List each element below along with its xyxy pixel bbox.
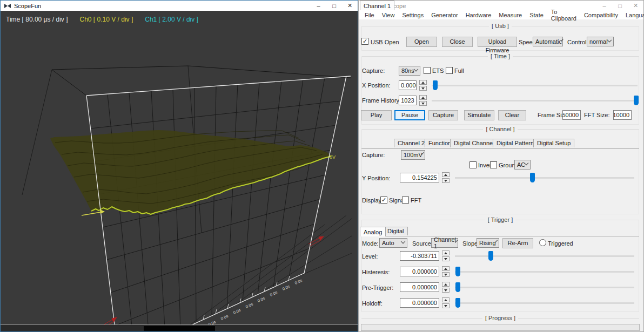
svg-text:0.0s: 0.0s — [294, 278, 303, 286]
usb-open-checkbox[interactable] — [361, 38, 368, 45]
source-select[interactable]: Channel 1 — [431, 238, 458, 248]
rearm-button[interactable]: Re-Arm — [502, 238, 533, 248]
spin-up-icon[interactable] — [442, 172, 450, 177]
chevron-down-icon — [414, 67, 418, 71]
spin-down-icon[interactable] — [442, 178, 450, 183]
svg-text:0.0s: 0.0s — [232, 308, 242, 315]
scrollbar-thumb[interactable] — [144, 326, 215, 331]
tab-digital-pattern[interactable]: Digital Pattern — [493, 139, 538, 147]
tab-channel-1[interactable]: Channel 1 — [360, 1, 394, 10]
frame-history-slider-thumb[interactable] — [634, 96, 639, 105]
close-icon[interactable]: ✕ — [342, 1, 358, 11]
capture-button[interactable]: Capture — [428, 110, 458, 120]
level-slider-thumb[interactable] — [488, 251, 493, 261]
trigger-group-caption: [ Trigger ] — [361, 216, 639, 223]
histeresis-slider-thumb[interactable] — [455, 267, 460, 276]
frame-history-input[interactable]: 1023 — [399, 96, 417, 105]
spin-up-icon[interactable] — [442, 266, 450, 271]
spin-down-icon[interactable] — [442, 288, 450, 293]
y-position-spinner — [442, 172, 450, 183]
menu-state[interactable]: State — [526, 11, 547, 19]
x-position-input[interactable]: 0.000000 — [399, 80, 417, 90]
mode-label: Mode: — [362, 240, 379, 247]
spin-up-icon[interactable] — [442, 297, 450, 302]
x-position-slider-thumb[interactable] — [433, 80, 438, 90]
level-slider[interactable] — [455, 251, 634, 261]
menu-view[interactable]: View — [378, 11, 399, 19]
tab-digital-channel[interactable]: Digital Channel — [450, 139, 498, 147]
y-position-slider[interactable] — [455, 173, 634, 182]
tab-channel-2[interactable]: Channel 2 — [394, 139, 428, 147]
menu-measure[interactable]: Measure — [495, 11, 526, 19]
pre-trigger-slider[interactable] — [455, 282, 634, 292]
spin-up-icon[interactable] — [442, 282, 450, 287]
full-checkbox[interactable] — [446, 67, 453, 74]
menu-settings[interactable]: Settings — [398, 11, 427, 19]
maximize-icon[interactable]: □ — [326, 1, 342, 11]
tab-analog[interactable]: Analog — [360, 227, 386, 236]
svg-text:0.0s: 0.0s — [245, 302, 254, 309]
spin-down-icon[interactable] — [442, 303, 450, 308]
signal-checkbox[interactable] — [380, 197, 387, 204]
trigger-tabline — [361, 236, 639, 236]
source-label: Source: — [412, 240, 433, 247]
frame-size-input[interactable]: 50000 — [562, 110, 581, 120]
minimize-icon[interactable]: – — [311, 1, 326, 11]
y-position-input[interactable]: 0.154225 — [400, 173, 439, 182]
menu-to-clipboard[interactable]: To Clipboard — [547, 11, 580, 19]
tab-digital-setup[interactable]: Digital Setup — [533, 139, 574, 147]
close-icon[interactable]: ✕ — [628, 1, 643, 11]
mode-select[interactable]: Auto — [379, 238, 407, 248]
play-button[interactable]: Play — [361, 110, 392, 120]
slope-select[interactable]: Rising — [477, 238, 499, 248]
holdoff-slider[interactable] — [455, 298, 634, 308]
menu-generator[interactable]: Generator — [427, 11, 462, 19]
level-input[interactable]: -0.303711 — [400, 251, 439, 261]
spin-down-icon[interactable] — [419, 86, 427, 91]
ets-checkbox[interactable] — [424, 67, 431, 74]
desktop: { "chrome": { "minimize": "–", "maximize… — [0, 0, 644, 332]
spin-up-icon[interactable] — [419, 95, 427, 100]
simulate-button[interactable]: Simulate — [464, 110, 494, 120]
fft-size-input[interactable]: 10000 — [613, 110, 632, 120]
spin-down-icon[interactable] — [419, 101, 427, 106]
usb-close-button[interactable]: Close — [442, 37, 473, 47]
menu-file[interactable]: File — [361, 11, 378, 19]
minimize-icon[interactable]: – — [596, 1, 612, 11]
coupling-select[interactable]: AC — [514, 160, 531, 170]
tab-digital[interactable]: Digital — [384, 227, 408, 235]
control-select[interactable]: normal — [587, 37, 614, 46]
plot-canvas[interactable]: 0.0s 0.0s 0.0s 0.0s 0.0s 0.0s 0.0s 0.0s … — [1, 11, 358, 324]
holdoff-input[interactable]: 0.000000 — [400, 298, 439, 308]
histeresis-slider[interactable] — [455, 267, 634, 276]
invert-checkbox[interactable] — [469, 161, 477, 168]
usb-open-button[interactable]: Open — [406, 37, 437, 47]
spin-up-icon[interactable] — [419, 80, 427, 85]
pause-button[interactable]: Pause — [394, 110, 425, 120]
menu-hardware[interactable]: Hardware — [462, 11, 495, 19]
speed-select[interactable]: Automatic — [533, 37, 563, 46]
y-position-slider-thumb[interactable] — [530, 173, 535, 182]
holdoff-slider-thumb[interactable] — [455, 298, 460, 308]
waveform-3d-view[interactable]: Time [ 80.00 µs / div ] Ch0 [ 0.10 V / d… — [1, 11, 358, 324]
menu-compatibility[interactable]: Compatibility — [580, 11, 622, 19]
clear-button[interactable]: Clear — [498, 110, 526, 120]
horizontal-scrollbar[interactable] — [1, 324, 358, 331]
spin-down-icon[interactable] — [442, 256, 450, 261]
pre-trigger-input[interactable]: 0.000000 — [400, 282, 439, 292]
maximize-icon[interactable]: □ — [612, 1, 628, 11]
spin-down-icon[interactable] — [442, 272, 450, 277]
pre-trigger-slider-thumb[interactable] — [455, 282, 460, 292]
fft-checkbox[interactable] — [402, 197, 409, 204]
histeresis-input[interactable]: 0.000000 — [400, 267, 439, 276]
menu-language[interactable]: Language — [622, 11, 644, 19]
ground-checkbox[interactable] — [490, 161, 497, 168]
x-position-slider[interactable] — [432, 80, 638, 90]
frame-history-slider[interactable] — [432, 96, 638, 105]
triggered-radio[interactable] — [539, 239, 546, 246]
time-capture-select[interactable]: 80ns — [399, 66, 420, 76]
spin-up-icon[interactable] — [442, 250, 450, 255]
time-per-div-label: Time [ 80.00 µs / div ] — [6, 16, 68, 23]
channel-capture-select[interactable]: 100mV — [401, 150, 425, 160]
upload-firmware-button[interactable]: Upload Firmware — [478, 37, 517, 47]
